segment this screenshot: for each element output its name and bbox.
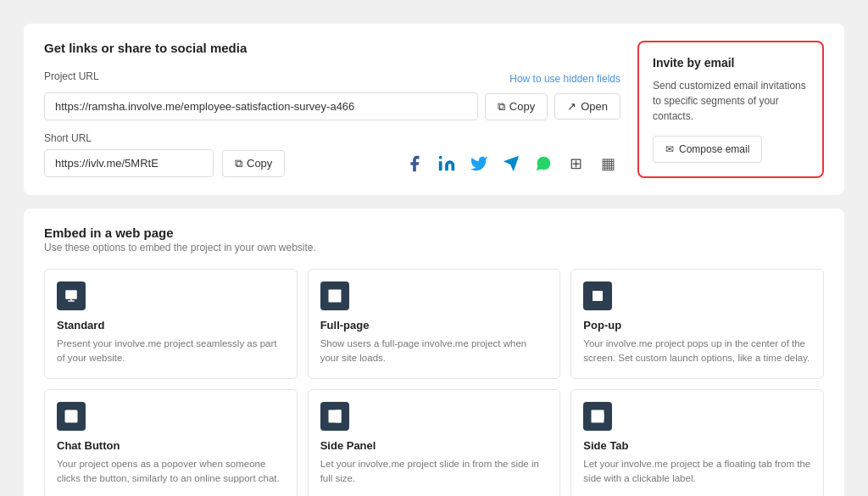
fullpage-embed-desc: Show users a full-page involve.me projec… [320, 337, 548, 366]
copy-icon: ⧉ [498, 100, 505, 114]
embed-grid: Standard Present your involve.me project… [44, 269, 824, 496]
sidetab-embed-title: Side Tab [583, 439, 811, 452]
whatsapp-icon[interactable] [531, 151, 556, 176]
project-url-input[interactable] [44, 92, 478, 120]
twitter-icon[interactable] [466, 151, 492, 176]
svg-rect-12 [601, 413, 604, 420]
svg-rect-8 [73, 415, 77, 421]
hidden-fields-link[interactable]: How to use hidden fields [509, 73, 620, 85]
short-url-input[interactable] [44, 149, 214, 177]
embed-item-fullpage[interactable]: Full-page Show users a full-page involve… [308, 269, 561, 379]
svg-rect-4 [328, 290, 341, 303]
open-icon: ↗ [567, 100, 576, 113]
copy-short-url-button[interactable]: ⧉ Copy [222, 150, 285, 177]
popup-embed-title: Pop-up [583, 319, 811, 332]
invite-by-email-card: Invite by email Send customized email in… [637, 41, 824, 178]
embed-subtitle: Use these options to embed the project i… [44, 242, 824, 254]
linkedin-icon[interactable] [434, 151, 459, 176]
telegram-icon[interactable] [498, 151, 524, 176]
invite-description: Send customized email invitations to spe… [653, 78, 809, 124]
section-title: Get links or share to social media [44, 41, 620, 55]
sidepanel-embed-icon [320, 402, 349, 431]
sidetab-embed-icon [583, 402, 612, 431]
facebook-icon[interactable] [402, 151, 427, 176]
embed-item-sidetab[interactable]: Side Tab Let your involve.me project be … [570, 389, 824, 497]
qr-code-icon[interactable]: ▦ [595, 151, 620, 176]
invite-title: Invite by email [653, 56, 809, 70]
svg-rect-1 [65, 290, 77, 299]
fullpage-embed-title: Full-page [320, 319, 548, 332]
svg-rect-2 [68, 300, 75, 302]
copy-project-url-button[interactable]: ⧉ Copy [485, 93, 548, 120]
sidepanel-embed-desc: Let your involve.me project slide in fro… [320, 457, 548, 487]
sidetab-embed-desc: Let your involve.me project be a floatin… [583, 457, 811, 487]
chat-embed-desc: Your project opens as a popover when som… [57, 457, 285, 487]
embed-item-sidepanel[interactable]: Side Panel Let your involve.me project s… [308, 389, 561, 497]
short-url-label: Short URL [44, 132, 620, 144]
standard-embed-icon [57, 281, 86, 310]
embed-item-popup[interactable]: Pop-up Your involve.me project pops up i… [570, 269, 824, 379]
standard-embed-desc: Present your involve.me project seamless… [57, 337, 285, 366]
buffer-icon[interactable]: ⊞ [563, 151, 588, 176]
compose-email-button[interactable]: ✉ Compose email [653, 136, 762, 163]
embed-title: Embed in a web page [44, 226, 824, 240]
standard-embed-title: Standard [57, 319, 285, 332]
chat-embed-title: Chat Button [57, 439, 285, 452]
embed-item-standard[interactable]: Standard Present your involve.me project… [44, 269, 298, 379]
svg-rect-10 [335, 410, 341, 422]
open-button[interactable]: ↗ Open [554, 93, 620, 120]
fullpage-embed-icon [320, 281, 349, 310]
copy-short-icon: ⧉ [235, 157, 242, 170]
sidepanel-embed-title: Side Panel [320, 439, 548, 452]
embed-card: Embed in a web page Use these options to… [24, 209, 844, 496]
email-icon: ✉ [665, 143, 674, 155]
chat-embed-icon [57, 402, 86, 431]
embed-item-chat[interactable]: Chat Button Your project opens as a popo… [44, 389, 298, 497]
popup-embed-desc: Your involve.me project pops up in the c… [583, 337, 811, 366]
popup-embed-icon [583, 281, 612, 310]
project-url-label: Project URL [44, 70, 99, 82]
svg-point-0 [439, 155, 442, 159]
